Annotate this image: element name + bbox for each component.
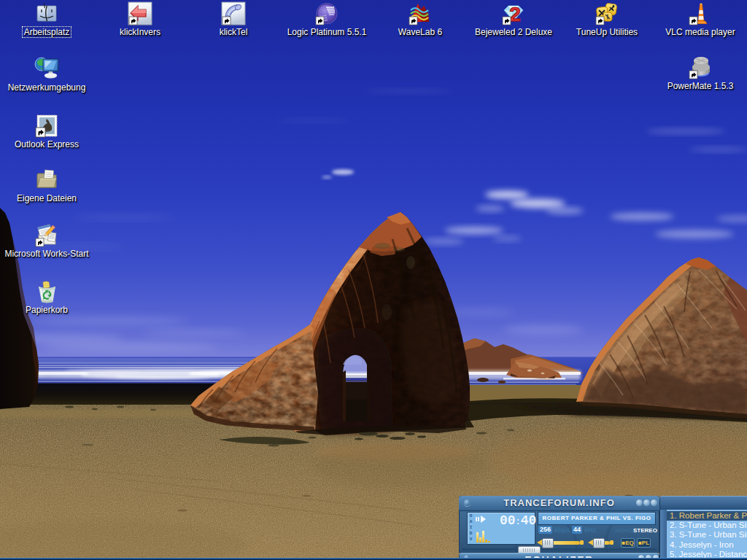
svg-text:2: 2 <box>509 3 521 26</box>
